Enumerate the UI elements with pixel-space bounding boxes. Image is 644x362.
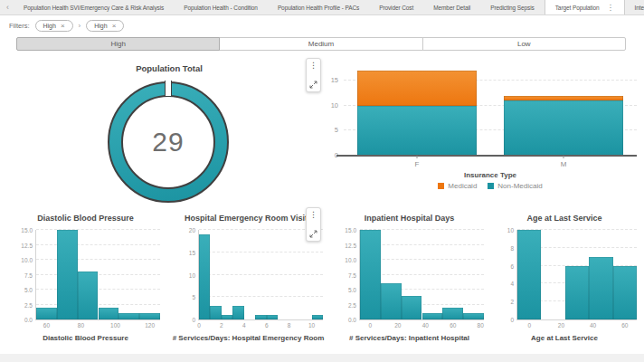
tab-label: Population Health SVI/Emergency Care & R… <box>24 5 164 11</box>
filter-chip-high-1[interactable]: High × <box>35 20 73 32</box>
y-tick-label: 4 <box>510 281 514 287</box>
histogram-bar[interactable] <box>360 230 381 319</box>
x-tick-label: 0 <box>197 322 201 329</box>
x-tick-label: 0 <box>527 322 531 329</box>
histogram-bar[interactable] <box>57 230 78 319</box>
histogram-bar[interactable] <box>463 313 484 319</box>
histogram-bar[interactable] <box>36 308 57 319</box>
histogram-bar[interactable] <box>422 313 443 319</box>
donut-center-value: 29 <box>108 81 229 203</box>
tab-population-health-condition[interactable]: Population Health - Condition <box>174 0 268 14</box>
y-tick-label: 12.5 <box>345 243 356 249</box>
x-axis-title: # Services/Days: Inpatient Hospital <box>329 334 489 342</box>
tab-label: Provider Cost <box>379 5 413 11</box>
tab-target-population[interactable]: Target Population ⋮ <box>545 0 625 14</box>
tab-population-health-svi[interactable]: Population Health SVI/Emergency Care & R… <box>14 0 174 14</box>
tab-member-detail[interactable]: Member Detail <box>423 0 480 14</box>
histogram-bar[interactable] <box>118 313 139 319</box>
histogram-bar[interactable] <box>78 272 99 319</box>
bar-segment-medicaid[interactable] <box>504 96 624 101</box>
legend-item-non-medicaid[interactable]: Non-Medicaid <box>488 182 542 190</box>
filter-chip-label: High <box>94 23 107 29</box>
filter-chip-high-2[interactable]: High × <box>86 20 124 32</box>
bar-segment-non-medicaid[interactable] <box>357 106 478 156</box>
legend-title: Insurance Type <box>344 171 637 179</box>
x-axis-title: Diastolic Blood Pressure <box>5 334 166 342</box>
histogram-bar[interactable] <box>381 283 402 319</box>
age-histogram-panel: Age at Last Service 02468100204060 Age a… <box>487 212 642 349</box>
x-tick-label: 100 <box>110 322 120 329</box>
population-total-donut[interactable]: 29 <box>108 81 229 203</box>
expand-icon[interactable] <box>309 230 317 238</box>
tab-predicting-sepsis[interactable]: Predicting Sepsis <box>480 0 545 14</box>
tab-label: Intervention Impact <box>635 5 644 11</box>
er-visits-histogram-panel: Hospital Emergency Room Visits 051015200… <box>168 212 328 349</box>
histogram-title: Inpatient Hospital Days <box>329 214 489 223</box>
histogram-bar[interactable] <box>312 315 323 319</box>
chevron-left-icon[interactable]: ‹ <box>2 0 14 14</box>
histogram-bar[interactable] <box>613 266 637 319</box>
y-tick-label: 8 <box>510 245 514 252</box>
non-medicaid-swatch <box>488 183 494 189</box>
insurance-type-bar-chart[interactable]: 051015FM <box>344 67 637 156</box>
gridline <box>199 274 323 275</box>
menu-icon[interactable]: ⋮ <box>309 62 317 70</box>
chart-legend: Insurance Type Medicaid Non-Medicaid <box>344 171 637 190</box>
tab-menu-icon[interactable]: ⋮ <box>607 4 614 12</box>
histogram-title: Age at Last Service <box>487 214 642 223</box>
x-tick-label: 60 <box>450 322 456 329</box>
gridline <box>199 296 323 297</box>
histogram-bar[interactable] <box>99 308 119 319</box>
histogram-title: Hospital Emergency Room Visits <box>168 214 328 223</box>
segment-medium[interactable]: Medium <box>219 37 422 51</box>
legend-label: Non-Medicaid <box>497 182 542 190</box>
remove-filter-icon[interactable]: × <box>112 22 117 30</box>
x-tick-label: 60 <box>43 322 50 329</box>
histogram-bar[interactable] <box>199 234 210 319</box>
gridline <box>36 304 160 305</box>
legend-items: Medicaid Non-Medicaid <box>344 182 637 190</box>
filter-separator-icon: › <box>79 22 81 30</box>
category-label: M <box>561 160 567 168</box>
menu-icon[interactable]: ⋮ <box>309 211 317 219</box>
tab-provider-cost[interactable]: Provider Cost <box>369 0 423 14</box>
er-visits-histogram[interactable]: 051015200246810 <box>198 230 323 320</box>
y-tick-label: 10 <box>331 101 338 110</box>
y-tick-label: 2 <box>510 299 514 305</box>
histogram-bar[interactable] <box>589 257 612 319</box>
histogram-bar[interactable] <box>517 230 541 319</box>
histogram-bar[interactable] <box>232 306 243 319</box>
histogram-bar[interactable] <box>565 266 589 319</box>
histogram-bar[interactable] <box>222 315 232 319</box>
tab-intervention-impact[interactable]: Intervention Impact <box>625 0 644 14</box>
remove-filter-icon[interactable]: × <box>61 22 65 30</box>
histogram-bar[interactable] <box>139 313 160 319</box>
tab-population-health-profile-pacs[interactable]: Population Health Profile - PACs <box>268 0 369 14</box>
histogram-bar[interactable] <box>255 315 266 319</box>
legend-item-medicaid[interactable]: Medicaid <box>438 182 477 190</box>
y-tick-label: 10 <box>507 227 514 233</box>
histogram-bar[interactable] <box>267 315 278 319</box>
diastolic-histogram[interactable]: 0.02.55.07.510.012.515.06080100120 <box>35 230 160 320</box>
gridline <box>36 289 160 290</box>
y-tick-label: 5.0 <box>24 287 33 293</box>
age-histogram[interactable]: 02468100204060 <box>516 230 637 320</box>
footer-strip <box>0 354 644 362</box>
legend-label: Medicaid <box>448 182 477 190</box>
segment-high[interactable]: High <box>16 37 220 51</box>
x-tick-label: 2 <box>220 322 223 329</box>
category-label: F <box>415 160 420 168</box>
segment-low[interactable]: Low <box>422 37 626 51</box>
histogram-bar[interactable] <box>402 296 422 319</box>
tab-label: Member Detail <box>433 5 470 11</box>
x-axis-line <box>336 155 637 157</box>
gridline <box>199 252 323 252</box>
histogram-bar[interactable] <box>442 308 463 319</box>
y-tick-label: 2.5 <box>348 302 356 309</box>
histogram-bar[interactable] <box>210 306 221 319</box>
bar-segment-medicaid[interactable] <box>357 71 478 106</box>
inpatient-days-histogram[interactable]: 0.02.55.07.510.012.515.0020406080 <box>359 230 484 320</box>
x-tick-label: 6 <box>265 322 269 329</box>
expand-icon[interactable] <box>309 81 317 89</box>
bar-segment-non-medicaid[interactable] <box>504 100 624 156</box>
